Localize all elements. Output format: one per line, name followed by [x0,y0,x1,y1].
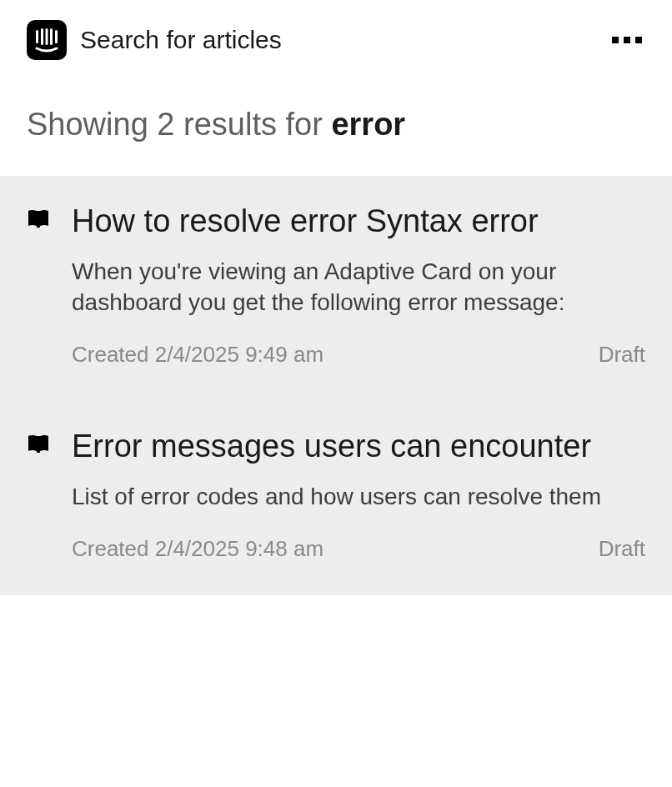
results-middle: results for [174,107,331,142]
result-title: Error messages users can encounter [72,428,645,466]
more-dot-icon [624,37,630,43]
svg-rect-6 [37,436,40,453]
result-meta: Created 2/4/2025 9:49 am Draft [72,342,645,368]
svg-rect-3 [50,28,53,45]
result-status-badge: Draft [599,536,645,562]
results-prefix: Showing [27,107,157,142]
results-count: 2 [157,107,174,142]
result-content: Error messages users can encounter List … [72,428,645,561]
result-created-date: Created 2/4/2025 9:49 am [72,342,323,368]
svg-rect-5 [37,211,40,228]
results-summary: Showing 2 results for error [0,80,672,176]
results-query: error [331,107,405,142]
more-dot-icon [635,37,642,43]
result-item[interactable]: Error messages users can encounter List … [0,401,672,594]
result-meta: Created 2/4/2025 9:48 am Draft [72,536,645,562]
result-content: How to resolve error Syntax error When y… [72,203,645,368]
header [0,0,672,80]
svg-rect-2 [46,28,48,45]
result-description: When you're viewing an Adaptive Card on … [72,256,645,319]
app-logo[interactable] [27,20,67,60]
result-item[interactable]: How to resolve error Syntax error When y… [0,176,672,401]
result-title: How to resolve error Syntax error [72,203,645,241]
search-input[interactable] [80,26,595,54]
results-list: How to resolve error Syntax error When y… [0,176,672,595]
result-description: List of error codes and how users can re… [72,481,645,513]
result-status-badge: Draft [599,342,645,368]
more-menu-button[interactable] [609,33,645,47]
result-created-date: Created 2/4/2025 9:48 am [72,536,323,562]
article-icon [27,428,52,561]
more-dot-icon [612,37,619,43]
svg-rect-4 [55,30,58,43]
svg-rect-1 [41,28,43,45]
svg-rect-0 [36,30,38,43]
intercom-icon [33,27,60,53]
article-icon [27,203,52,368]
